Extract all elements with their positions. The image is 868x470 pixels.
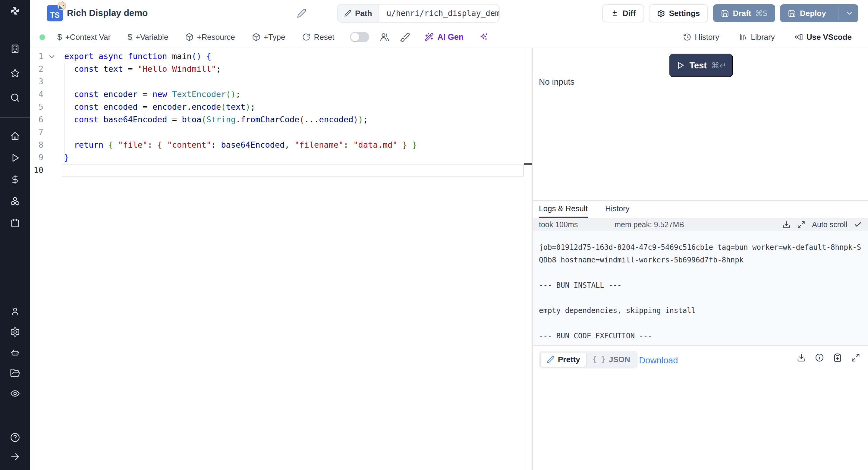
auto-scroll-label[interactable]: Auto scroll bbox=[812, 220, 847, 229]
add-variable-label: +Variable bbox=[135, 33, 168, 42]
format-brush-icon[interactable] bbox=[400, 32, 410, 42]
user-icon[interactable] bbox=[10, 306, 21, 317]
expand-sidebar-arrow-icon[interactable] bbox=[10, 451, 21, 462]
search-icon[interactable] bbox=[10, 92, 21, 103]
json-label: JSON bbox=[609, 355, 630, 364]
add-context-var-button[interactable]: $ +Context Var bbox=[57, 32, 111, 42]
package-icon bbox=[185, 33, 193, 41]
audit-eye-icon[interactable] bbox=[10, 388, 21, 399]
editor-code[interactable]: export async function main() { const tex… bbox=[64, 50, 523, 177]
path-value: u/henri/rich_display_demo bbox=[379, 4, 500, 22]
windmill-logo[interactable] bbox=[10, 5, 21, 16]
workspace-icon[interactable] bbox=[10, 43, 21, 54]
favorites-star-icon[interactable] bbox=[10, 68, 21, 79]
code-line[interactable]: const text = "Hello Windmill"; bbox=[64, 63, 523, 75]
run-duration: took 100ms bbox=[539, 220, 578, 229]
settings-gear-icon[interactable] bbox=[10, 326, 21, 338]
library-icon bbox=[739, 33, 747, 41]
sidebar bbox=[0, 0, 30, 470]
auto-scroll-checkmark-icon[interactable] bbox=[854, 221, 862, 229]
braces-icon: { } bbox=[592, 355, 606, 364]
gear-icon bbox=[657, 9, 665, 18]
download-logs-icon[interactable] bbox=[782, 221, 790, 229]
code-line[interactable]: export async function main() { bbox=[64, 50, 523, 63]
use-vscode-button[interactable]: Use VScode bbox=[795, 33, 852, 42]
users-icon[interactable] bbox=[379, 32, 390, 42]
sparkles-icon[interactable] bbox=[479, 32, 489, 42]
draft-shortcut: ⌘S bbox=[755, 9, 767, 18]
info-icon[interactable] bbox=[815, 353, 824, 362]
download-file-link[interactable]: Download bbox=[639, 355, 678, 366]
tab-history[interactable]: History bbox=[605, 201, 629, 218]
runs-play-icon[interactable] bbox=[10, 152, 21, 163]
ai-gen-button[interactable]: AI Gen bbox=[425, 33, 464, 42]
workers-bot-icon[interactable] bbox=[10, 347, 21, 358]
sidebar-divider bbox=[0, 117, 30, 118]
add-variable-button[interactable]: $ +Variable bbox=[127, 32, 168, 42]
tab-logs-result[interactable]: Logs & Result bbox=[539, 201, 588, 218]
deploy-button[interactable]: Deploy bbox=[780, 4, 858, 22]
copy-clipboard-icon[interactable] bbox=[833, 353, 842, 362]
line-number: 1 bbox=[30, 50, 43, 63]
test-label: Test bbox=[689, 61, 707, 70]
json-tab[interactable]: { } JSON bbox=[587, 352, 636, 367]
code-line[interactable] bbox=[64, 164, 523, 177]
expand-logs-icon[interactable] bbox=[797, 221, 805, 229]
line-number: 7 bbox=[30, 126, 43, 138]
library-button[interactable]: Library bbox=[739, 33, 775, 42]
refresh-icon bbox=[302, 33, 310, 41]
code-line[interactable]: } bbox=[64, 151, 523, 164]
library-label: Library bbox=[751, 33, 775, 42]
logs-tabs: Logs & Result History bbox=[533, 201, 868, 218]
code-line[interactable] bbox=[64, 75, 523, 88]
dollar-icon: $ bbox=[127, 32, 132, 42]
reset-button[interactable]: Reset bbox=[302, 33, 334, 42]
line-number: 8 bbox=[30, 138, 43, 151]
code-line[interactable]: const base64Encoded = btoa(String.fromCh… bbox=[64, 113, 523, 126]
history-button[interactable]: History bbox=[683, 33, 719, 42]
resources-boxes-icon[interactable] bbox=[10, 196, 21, 207]
assistant-toggle[interactable] bbox=[350, 32, 369, 42]
deploy-label: Deploy bbox=[800, 9, 826, 18]
test-button[interactable]: Test ⌘↵ bbox=[669, 54, 733, 77]
script-toolbar: $ +Context Var $ +Variable +Resource +Ty… bbox=[30, 27, 868, 48]
result-view-switch: Pretty { } JSON bbox=[539, 351, 638, 369]
baby-emoji-icon bbox=[57, 1, 67, 10]
add-type-button[interactable]: +Type bbox=[252, 33, 285, 42]
home-icon[interactable] bbox=[10, 131, 21, 142]
code-line[interactable]: const encoder = new TextEncoder(); bbox=[64, 88, 523, 101]
path-label: Path bbox=[355, 9, 372, 18]
dollar-icon: $ bbox=[57, 32, 62, 42]
add-resource-label: +Resource bbox=[197, 33, 235, 42]
schedules-calendar-icon[interactable] bbox=[10, 218, 21, 228]
history-label: History bbox=[695, 33, 719, 42]
expand-result-icon[interactable] bbox=[851, 353, 860, 362]
folders-icon[interactable] bbox=[10, 368, 21, 378]
settings-button[interactable]: Settings bbox=[649, 4, 708, 22]
draft-button[interactable]: Draft ⌘S bbox=[713, 4, 775, 22]
save-icon bbox=[788, 9, 796, 18]
path-button[interactable]: Path u/henri/rich_display_demo bbox=[337, 4, 500, 23]
variables-dollar-icon[interactable] bbox=[10, 174, 21, 185]
add-resource-button[interactable]: +Resource bbox=[185, 33, 235, 42]
help-icon[interactable] bbox=[10, 432, 21, 443]
play-icon bbox=[676, 61, 685, 70]
pretty-tab[interactable]: Pretty bbox=[540, 352, 587, 367]
magic-wand-icon bbox=[425, 33, 434, 41]
code-line[interactable]: return { "file": { "content": base64Enco… bbox=[64, 138, 523, 151]
pretty-label: Pretty bbox=[558, 355, 580, 364]
fold-chevron-icon[interactable] bbox=[48, 53, 56, 61]
code-line[interactable]: const encoded = encoder.encode(text); bbox=[64, 101, 523, 113]
edit-summary-pencil-icon[interactable] bbox=[297, 8, 307, 18]
code-editor[interactable]: 12345678910 export async function main()… bbox=[30, 48, 532, 470]
line-number: 3 bbox=[30, 75, 43, 88]
header: TS Rich Display demo Path u/henri/rich_d… bbox=[30, 0, 868, 27]
chevron-down-icon[interactable] bbox=[845, 9, 854, 18]
settings-label: Settings bbox=[669, 9, 700, 18]
diff-button[interactable]: Diff bbox=[602, 4, 644, 22]
logs-section: Logs & Result History took 100ms mem pea… bbox=[533, 200, 868, 345]
download-result-icon[interactable] bbox=[797, 353, 806, 362]
editor-scrollbar[interactable] bbox=[524, 48, 532, 470]
reset-label: Reset bbox=[314, 33, 334, 42]
code-line[interactable] bbox=[64, 126, 523, 138]
